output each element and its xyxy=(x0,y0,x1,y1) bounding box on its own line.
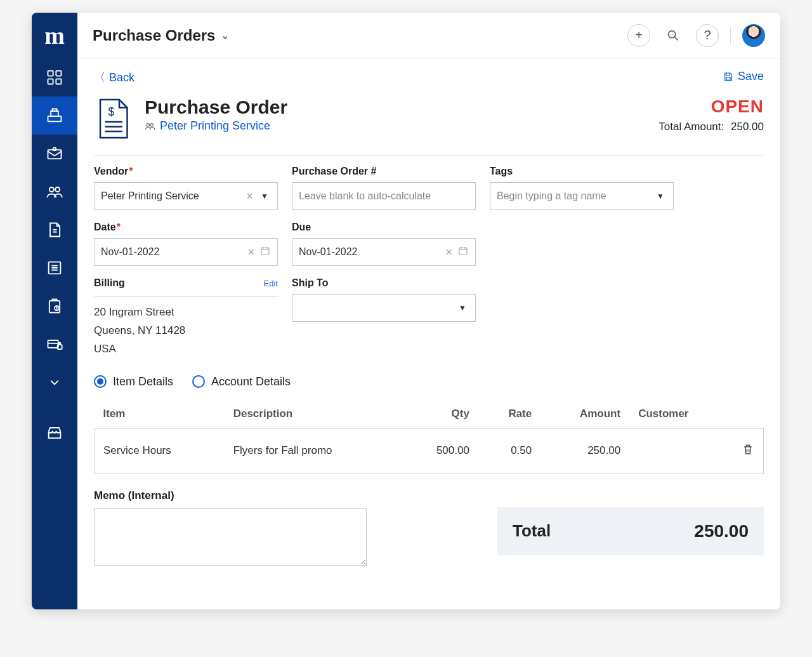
date-input[interactable]: Nov-01-2022 × xyxy=(94,238,278,266)
po-number-label: Purchase Order # xyxy=(292,166,476,177)
people-small-icon xyxy=(145,122,156,131)
shipto-select[interactable]: ▼ xyxy=(292,294,476,322)
add-button[interactable]: + xyxy=(627,24,650,47)
tab-item-details[interactable]: Item Details xyxy=(94,375,173,388)
svg-rect-1 xyxy=(56,71,61,76)
header-total: Total Amount: 250.00 xyxy=(658,121,764,133)
back-link[interactable]: 〈 Back xyxy=(94,70,134,85)
col-amount: Amount xyxy=(540,400,629,428)
chevron-down-icon: ⌄ xyxy=(221,30,229,41)
cell-qty: 500.00 xyxy=(402,428,478,474)
clear-icon[interactable]: × xyxy=(242,246,259,259)
svg-rect-5 xyxy=(48,150,62,159)
col-qty: Qty xyxy=(402,400,478,428)
chevron-left-icon: 〈 xyxy=(94,70,105,85)
search-button[interactable] xyxy=(662,24,684,47)
po-number-input[interactable]: Leave blank to auto-calculate xyxy=(292,182,476,210)
clear-icon[interactable]: × xyxy=(242,190,259,203)
memo-label: Memo (Internal) xyxy=(94,489,367,502)
tags-input[interactable]: Begin typing a tag name ▼ xyxy=(490,182,674,210)
delete-row-button[interactable] xyxy=(742,447,754,459)
left-sidebar: m xyxy=(32,13,77,609)
svg-point-7 xyxy=(49,187,54,192)
grid-icon xyxy=(46,69,63,86)
envelope-money-icon xyxy=(46,145,63,163)
divider xyxy=(94,155,764,156)
sidebar-clipboard[interactable] xyxy=(32,287,77,325)
sidebar-reports[interactable] xyxy=(32,249,77,287)
svg-point-17 xyxy=(147,123,150,126)
billing-line2: Queens, NY 11428 xyxy=(94,322,278,340)
sidebar-expand[interactable] xyxy=(32,363,77,401)
due-input[interactable]: Nov-01-2022 × xyxy=(292,238,476,266)
svg-rect-19 xyxy=(261,248,269,255)
svg-rect-20 xyxy=(459,248,467,255)
header-total-value: 250.00 xyxy=(731,121,764,133)
help-button[interactable]: ? xyxy=(696,24,719,47)
memo-input[interactable] xyxy=(94,508,367,566)
sidebar-contacts[interactable] xyxy=(32,173,77,211)
plus-icon: + xyxy=(635,28,643,43)
page-selector[interactable]: Purchase Orders ⌄ xyxy=(93,27,229,44)
svg-rect-4 xyxy=(48,116,62,121)
store-icon xyxy=(46,424,63,442)
caret-down-icon[interactable]: ▼ xyxy=(456,303,469,312)
date-label: Date xyxy=(94,222,278,233)
list-icon xyxy=(46,259,63,277)
search-icon xyxy=(666,29,680,43)
due-label: Due xyxy=(292,222,476,233)
calendar-icon[interactable] xyxy=(259,245,271,259)
billing-label: Billing Edit xyxy=(94,277,278,289)
tags-placeholder: Begin typing a tag name xyxy=(497,190,654,202)
vendor-select[interactable]: Peter Printing Service × ▼ xyxy=(94,182,278,210)
svg-rect-15 xyxy=(726,77,730,80)
vendor-label: Vendor xyxy=(94,166,278,177)
tags-label: Tags xyxy=(490,166,674,177)
billing-label-text: Billing xyxy=(94,277,125,289)
svg-point-6 xyxy=(53,148,56,151)
total-value: 250.00 xyxy=(694,521,749,541)
billing-line3: USA xyxy=(94,340,278,359)
topbar-title-text: Purchase Orders xyxy=(93,27,215,44)
vendor-link-text: Peter Printing Service xyxy=(160,119,270,133)
caret-down-icon[interactable]: ▼ xyxy=(258,192,271,201)
billing-edit-link[interactable]: Edit xyxy=(264,279,278,288)
document-icon: $ xyxy=(94,96,132,143)
cell-rate: 0.50 xyxy=(478,428,540,474)
user-avatar[interactable] xyxy=(742,24,765,47)
table-row[interactable]: Service Hours Flyers for Fall promo 500.… xyxy=(95,428,764,474)
sidebar-invoices[interactable] xyxy=(32,135,77,173)
calendar-icon[interactable] xyxy=(457,245,469,259)
radio-dot-icon xyxy=(192,375,205,388)
topbar: Purchase Orders ⌄ + ? xyxy=(77,13,780,58)
clear-icon[interactable]: × xyxy=(440,246,457,259)
sidebar-card-lock[interactable] xyxy=(32,325,77,363)
header-total-label: Total Amount: xyxy=(658,121,724,133)
clipboard-money-icon xyxy=(46,297,63,315)
sidebar-sales[interactable] xyxy=(32,96,77,135)
col-customer: Customer xyxy=(629,400,733,428)
trash-icon xyxy=(742,442,754,456)
line-items-table: Item Description Qty Rate Amount Custome… xyxy=(94,400,764,474)
page-title: Purchase Order xyxy=(145,96,287,118)
cell-amount: 250.00 xyxy=(540,428,629,474)
save-button[interactable]: Save xyxy=(723,70,764,83)
caret-down-icon[interactable]: ▼ xyxy=(654,192,667,201)
people-icon xyxy=(46,183,63,201)
sidebar-documents[interactable] xyxy=(32,211,77,249)
save-icon xyxy=(723,71,734,83)
svg-point-18 xyxy=(150,123,154,126)
svg-point-8 xyxy=(55,187,60,192)
tab-account-details-label: Account Details xyxy=(211,375,291,388)
sidebar-dashboard[interactable] xyxy=(32,58,77,96)
tab-account-details[interactable]: Account Details xyxy=(192,375,291,388)
svg-rect-2 xyxy=(48,79,53,84)
register-icon xyxy=(46,107,63,124)
po-number-placeholder: Leave blank to auto-calculate xyxy=(299,190,469,202)
billing-line1: 20 Ingram Street xyxy=(94,303,278,322)
col-rate: Rate xyxy=(478,400,540,428)
card-lock-icon xyxy=(46,335,63,353)
svg-rect-0 xyxy=(48,71,53,76)
sidebar-store[interactable] xyxy=(32,414,77,452)
vendor-link[interactable]: Peter Printing Service xyxy=(145,119,287,133)
